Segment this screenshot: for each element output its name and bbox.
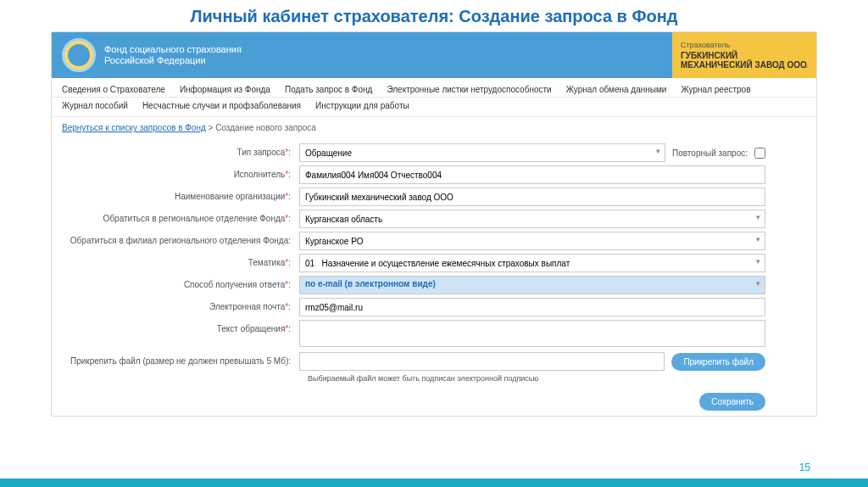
select-theme[interactable] [299,254,765,272]
nav-primary: Сведения о Страхователе Информация из Фо… [52,78,816,98]
row-response: Способ получения ответа*: по e-mail (в э… [62,276,765,294]
select-type[interactable] [299,143,665,162]
user-dropdown[interactable]: Страхователь ГУБКИНСКИЙ МЕХАНИЧЕСКИЙ ЗАВ… [672,32,816,78]
label-response: Способ получения ответа*: [62,276,299,291]
select-branch[interactable] [299,232,765,250]
label-theme: Тематика*: [62,254,299,269]
label-file: Прикрепить файл (размер не должен превыш… [62,352,299,367]
select-region[interactable] [299,210,765,228]
header-bar: Фонд социального страхования Российской … [52,32,816,78]
textarea-body[interactable] [299,320,765,347]
save-button[interactable]: Сохранить [699,393,765,411]
breadcrumb: Вернуться к списку запросов в Фонд > Соз… [52,117,816,138]
label-region: Обратиться в региональное отделение Фонд… [62,210,299,225]
org-line1: Фонд социального страхования [104,44,242,55]
nav-instructions[interactable]: Инструкции для работы [315,101,409,110]
chevron-down-icon: ⌄ [804,62,810,70]
row-theme: Тематика*: [62,254,765,272]
row-type: Тип запроса*: Повторный запрос: [62,143,765,162]
input-email[interactable] [299,298,765,316]
user-company-name: ГУБКИНСКИЙ МЕХАНИЧЕСКИЙ ЗАВОД ООО [681,51,808,70]
label-repeat: Повторный запрос: [672,148,748,158]
breadcrumb-current: Создание нового запроса [215,123,316,132]
nav-registries[interactable]: Журнал реестров [682,85,751,94]
row-email: Электронная почта*: [62,298,765,316]
label-executor: Исполнитель*: [62,165,299,181]
input-org[interactable] [299,188,765,206]
file-signature-note: Выбираемый файл может быть подписан элек… [308,374,765,383]
user-role-label: Страхователь [681,41,808,49]
input-executor[interactable] [299,165,765,184]
checkbox-repeat[interactable] [754,148,765,159]
footer-accent [0,479,868,487]
nav-benefits[interactable]: Журнал пособий [62,101,128,110]
slide-number: 15 [799,462,810,473]
logo-icon [62,38,96,72]
nav-fund-info[interactable]: Информация из Фонда [180,85,270,94]
logo-area: Фонд социального страхования Российской … [52,38,252,72]
select-response[interactable]: по e-mail (в электронном виде) [299,276,765,294]
row-file: Прикрепить файл (размер не должен превыш… [62,352,765,371]
slide-title: Личный кабинет страхователя: Создание за… [0,0,868,31]
org-name: Фонд социального страхования Российской … [104,44,242,66]
nav-exchange-journal[interactable]: Журнал обмена данными [566,85,667,94]
label-org: Наименование организации*: [62,188,299,203]
nav-submit-request[interactable]: Подать запрос в Фонд [285,85,372,94]
nav-accidents[interactable]: Несчастные случаи и профзаболевания [142,101,301,110]
row-text: Текст обращения*: [62,320,765,349]
row-org: Наименование организации*: [62,188,765,206]
label-text: Текст обращения*: [62,320,299,335]
row-region: Обратиться в региональное отделение Фонд… [62,210,765,228]
action-bar: Сохранить [52,388,816,416]
request-form: Тип запроса*: Повторный запрос: Исполнит… [52,138,816,388]
nav-secondary: Журнал пособий Несчастные случаи и профз… [52,98,816,117]
breadcrumb-back-link[interactable]: Вернуться к списку запросов в Фонд [62,123,206,132]
nav-sick-leave[interactable]: Электронные листки нетрудоспособности [387,85,551,94]
org-line2: Российской Федерации [104,55,242,66]
attach-file-button[interactable]: Прикрепить файл [671,353,765,371]
row-executor: Исполнитель*: [62,165,765,184]
label-branch: Обратиться в филиал регионального отделе… [62,232,299,247]
nav-insurer-info[interactable]: Сведения о Страхователе [62,85,165,94]
input-file-path[interactable] [299,352,665,371]
app-frame: Фонд социального страхования Российской … [51,31,817,417]
row-branch: Обратиться в филиал регионального отделе… [62,232,765,250]
label-type: Тип запроса*: [62,143,299,159]
label-email: Электронная почта*: [62,298,299,313]
breadcrumb-sep: > [209,123,216,132]
